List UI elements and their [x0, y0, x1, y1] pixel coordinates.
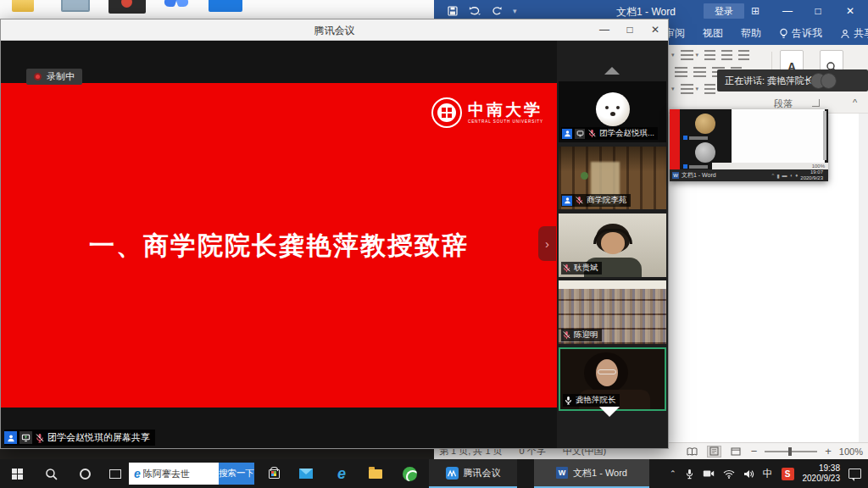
tab-share[interactable]: 共享	[840, 26, 868, 41]
paragraph-dialog-launcher-icon[interactable]	[812, 99, 820, 107]
cortana-icon[interactable]	[68, 459, 102, 488]
collapse-ribbon-icon[interactable]: ^	[853, 97, 857, 108]
word-task-label: 文档1 - Word	[573, 467, 627, 480]
folder-icon[interactable]	[12, 0, 34, 12]
increase-indent-icon[interactable]	[738, 50, 749, 60]
person-badge-icon	[562, 196, 572, 206]
signin-button[interactable]: 登录	[704, 3, 744, 19]
active-mic-icon	[564, 396, 573, 405]
tray-volume-icon[interactable]	[743, 469, 754, 479]
meeting-close-button[interactable]: ✕	[643, 19, 668, 41]
preview-slide-sliver	[670, 109, 680, 169]
save-icon[interactable]	[448, 6, 458, 16]
participant-video-speaking[interactable]: 龚艳萍院长	[559, 347, 666, 411]
taskbar-clock[interactable]: 19:38 2020/9/23	[803, 463, 841, 485]
zoom-level[interactable]: 100%	[839, 446, 863, 457]
green-browser-icon[interactable]	[393, 459, 426, 488]
paragraph-group-label: 段落	[758, 97, 809, 110]
csu-emblem-icon	[431, 97, 462, 128]
mail-icon[interactable]	[290, 459, 322, 488]
photos-icon[interactable]	[61, 0, 90, 12]
redo-icon[interactable]	[492, 6, 502, 16]
start-button[interactable]	[0, 459, 34, 488]
tab-help[interactable]: 帮助	[741, 26, 761, 41]
scroll-down-icon[interactable]	[599, 407, 620, 417]
preview-document-area	[732, 109, 825, 163]
multilevel-list-icon[interactable]	[704, 50, 715, 60]
participant-video[interactable]: 陈迎明	[559, 280, 666, 344]
search-query-text[interactable]: 陈阿謇去世	[143, 468, 219, 480]
taskbar-news-search[interactable]: e 陈阿謇去世 搜索一下	[129, 463, 254, 485]
scroll-up-icon[interactable]	[604, 67, 620, 75]
borders-icon[interactable]	[681, 84, 693, 94]
word-maximize-button[interactable]: □	[804, 0, 832, 22]
taskbar-search-icon[interactable]	[34, 459, 68, 488]
ie-icon: e	[129, 467, 143, 480]
strip-expand-handle[interactable]: ›	[538, 226, 556, 261]
tray-mic-icon[interactable]	[685, 469, 694, 480]
share-banner: 团学会赵悦琪的屏幕共享	[4, 430, 155, 446]
edge-icon[interactable]: e	[326, 459, 358, 488]
participant-name: 商学院李苑	[587, 195, 627, 206]
screen-share-icon	[19, 431, 32, 444]
meeting-titlebar[interactable]: 腾讯会议 — □ ✕	[1, 19, 668, 41]
person-badge-icon	[683, 164, 687, 169]
sort-icon[interactable]	[704, 84, 715, 94]
meeting-window-title: 腾讯会议	[1, 24, 668, 38]
web-layout-icon[interactable]	[729, 446, 743, 458]
tab-tellme[interactable]: 告诉我	[779, 26, 822, 41]
bird-app-icon[interactable]	[163, 0, 192, 12]
zoom-slider-thumb[interactable]	[788, 447, 792, 456]
customize-qat-icon[interactable]: ▾	[513, 7, 517, 15]
action-center-icon[interactable]	[849, 469, 861, 479]
ribbon-display-options-icon[interactable]: ⊞	[751, 5, 760, 17]
meeting-minimize-button[interactable]: —	[592, 19, 617, 41]
sogou-ime-icon[interactable]: S	[782, 468, 794, 480]
tray-expand-icon[interactable]: ⌃	[670, 469, 676, 478]
csu-name-cn: 中南大学	[468, 102, 543, 118]
screen-share-preview-popup[interactable]: 100% W 文档1 - Word ^▮▬◖♦ 19:072020/9/23	[670, 109, 828, 181]
zoom-out-icon[interactable]: −	[751, 445, 758, 458]
preview-video-panel	[680, 109, 732, 169]
speaking-toast-text: 正在讲话: 龚艳萍院长;	[725, 75, 816, 87]
zoom-slider[interactable]	[765, 451, 817, 452]
taskbar-meeting-task[interactable]: 腾讯会议	[429, 459, 517, 488]
search-go-button[interactable]: 搜索一下	[219, 463, 254, 485]
undo-icon[interactable]	[469, 6, 481, 16]
align-right-icon[interactable]	[693, 67, 706, 77]
zoom-in-icon[interactable]: +	[825, 445, 832, 458]
word-minimize-button[interactable]: —	[773, 0, 802, 22]
read-mode-icon[interactable]	[685, 446, 699, 458]
lightbulb-icon	[779, 28, 788, 39]
numbered-list-icon[interactable]	[681, 50, 693, 60]
decrease-indent-icon[interactable]	[721, 50, 732, 60]
preview-taskbar: W 文档1 - Word ^▮▬◖♦ 19:072020/9/23	[670, 169, 828, 181]
ime-indicator[interactable]: 中	[763, 467, 773, 481]
task-view-icon[interactable]	[102, 459, 129, 488]
recording-dot-icon	[34, 73, 42, 80]
muted-mic-icon	[562, 263, 571, 273]
file-explorer-icon[interactable]	[359, 459, 392, 488]
participant-name: 龚艳萍院长	[576, 395, 616, 406]
muted-mic-icon	[35, 433, 45, 443]
meeting-maximize-button[interactable]: □	[617, 19, 643, 41]
csu-name-en: CENTRAL SOUTH UNIVERSITY	[468, 120, 543, 125]
word-close-button[interactable]: ✕	[836, 0, 865, 22]
tray-wifi-icon[interactable]	[723, 469, 735, 479]
participant-strip: 团学会赵悦琪... 商学院李苑 耿贵斌	[557, 41, 668, 448]
blue-app-icon[interactable]	[209, 0, 242, 12]
align-center-icon[interactable]	[675, 67, 687, 77]
music-app-icon[interactable]	[108, 0, 146, 14]
csu-logo: 中南大学 CENTRAL SOUTH UNIVERSITY	[431, 97, 543, 128]
print-layout-icon[interactable]	[707, 446, 721, 458]
document-scrollbar[interactable]	[859, 114, 868, 442]
participant-video[interactable]: 团学会赵悦琪...	[559, 81, 666, 142]
person-badge-icon	[683, 136, 687, 140]
participant-video[interactable]: 耿贵斌	[559, 214, 666, 277]
preview-status-bar: 100%	[712, 163, 828, 169]
participant-video[interactable]: 商学院李苑	[559, 147, 666, 209]
store-icon[interactable]	[258, 459, 290, 488]
tab-view[interactable]: 视图	[703, 26, 723, 41]
taskbar-word-task[interactable]: W 文档1 - Word	[534, 459, 649, 488]
tray-camera-icon[interactable]	[703, 469, 715, 478]
